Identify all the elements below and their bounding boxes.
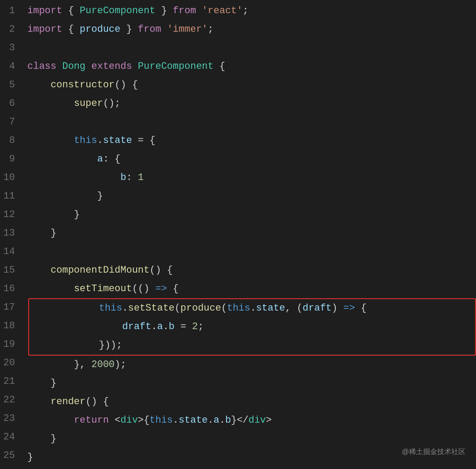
line-num-21: 21: [0, 372, 15, 391]
code-line-16: setTimeout(() => {: [27, 280, 476, 298]
line-num-24: 24: [0, 428, 15, 446]
code-line-10: b: 1: [27, 169, 476, 187]
line-num-4: 4: [0, 57, 15, 76]
code-line-17: this.setState(produce(this.state, (draft…: [29, 299, 475, 318]
code-content: import { PureComponent } from 'react'; i…: [23, 2, 476, 469]
code-line-3: [27, 39, 476, 57]
line-num-14: 14: [0, 243, 15, 261]
line-num-5: 5: [0, 76, 15, 94]
code-editor: 1 2 3 4 5 6 7 8 9 10 11 12 13 14 15 16 1…: [0, 0, 476, 469]
line-num-11: 11: [0, 187, 15, 206]
line-num-9: 9: [0, 150, 15, 169]
line-num-15: 15: [0, 261, 15, 280]
code-line-15: componentDidMount() {: [27, 261, 476, 280]
line-num-13: 13: [0, 224, 15, 243]
line-num-7: 7: [0, 113, 15, 131]
code-line-4: class Dong extends PureComponent {: [27, 57, 476, 76]
line-numbers: 1 2 3 4 5 6 7 8 9 10 11 12 13 14 15 16 1…: [0, 2, 23, 469]
code-line-8: this.state = {: [27, 131, 476, 150]
code-line-7: [27, 113, 476, 131]
highlighted-code-block: this.setState(produce(this.state, (draft…: [28, 298, 476, 356]
code-line-1: import { PureComponent } from 'react';: [27, 2, 476, 20]
line-num-8: 8: [0, 131, 15, 150]
code-line-19: }));: [29, 336, 475, 355]
line-num-16: 16: [0, 280, 15, 298]
code-line-12: }: [27, 206, 476, 224]
code-line-5: constructor() {: [27, 76, 476, 94]
line-num-22: 22: [0, 391, 15, 409]
line-num-20: 20: [0, 354, 15, 372]
watermark: @稀土掘金技术社区: [402, 443, 465, 461]
line-num-1: 1: [0, 2, 15, 20]
line-num-25: 25: [0, 446, 15, 465]
code-line-21: }: [27, 374, 476, 393]
line-num-23: 23: [0, 409, 15, 428]
code-line-2: import { produce } from 'immer';: [27, 20, 476, 39]
line-num-2: 2: [0, 20, 15, 39]
line-num-3: 3: [0, 39, 15, 57]
line-num-10: 10: [0, 169, 15, 187]
code-line-23: return <div>{this.state.a.b}</div>: [27, 411, 476, 430]
code-line-13: }: [27, 224, 476, 243]
line-num-6: 6: [0, 94, 15, 113]
code-line-18: draft.a.b = 2;: [29, 318, 475, 336]
code-line-20: }, 2000);: [27, 356, 476, 374]
code-line-14: [27, 243, 476, 261]
line-num-17: 17: [0, 298, 15, 317]
code-line-22: render() {: [27, 393, 476, 411]
line-num-12: 12: [0, 206, 15, 224]
line-num-19: 19: [0, 335, 15, 354]
line-num-18: 18: [0, 317, 15, 335]
code-line-9: a: {: [27, 150, 476, 169]
code-line-6: super();: [27, 94, 476, 113]
code-line-11: }: [27, 187, 476, 206]
